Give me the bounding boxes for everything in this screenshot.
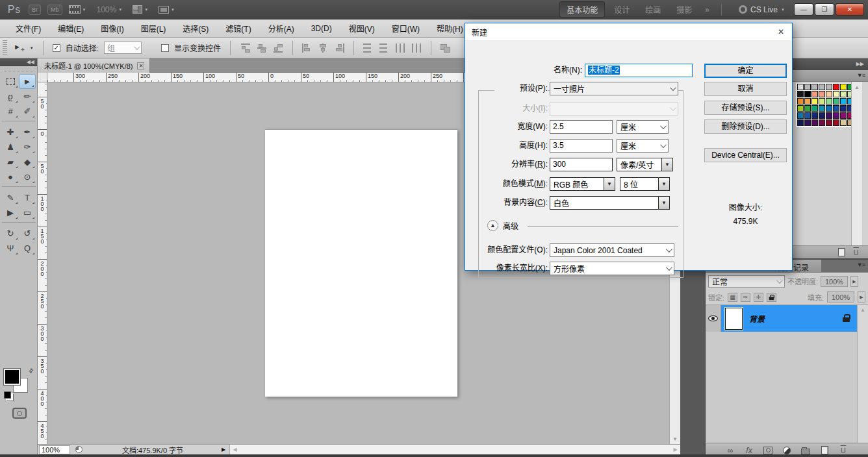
color-swatch[interactable] <box>833 119 839 126</box>
color-swatch[interactable] <box>833 98 839 105</box>
3d-rotate-tool[interactable]: ↻ <box>2 226 19 241</box>
color-swatch[interactable] <box>804 98 811 105</box>
auto-align-layers-icon[interactable] <box>439 43 452 53</box>
minimize-button[interactable]: — <box>794 3 813 16</box>
new-layer-icon[interactable] <box>819 446 830 454</box>
lock-all-icon[interactable] <box>767 293 776 302</box>
lock-transparency-icon[interactable]: ▦ <box>728 293 737 302</box>
name-input[interactable]: 未标题-2 <box>585 64 693 77</box>
lock-position-icon[interactable]: ✛ <box>754 293 763 302</box>
maximize-button[interactable]: ❐ <box>815 3 834 16</box>
show-transform-checkbox[interactable] <box>161 44 169 52</box>
workspace-overflow-button[interactable]: » <box>698 3 716 16</box>
horizontal-scrollbar[interactable]: ◀ ▶ <box>229 445 680 455</box>
color-swatch[interactable] <box>811 105 818 112</box>
color-swatch[interactable] <box>840 112 847 119</box>
brush-tool[interactable]: ✒ <box>19 125 36 140</box>
color-swatch[interactable] <box>811 98 818 105</box>
align-bottom-edges-icon[interactable] <box>272 43 285 53</box>
document-tab[interactable]: 未标题-1 @ 100%(CMYK/8) ✕ <box>38 58 150 73</box>
path-selection-tool[interactable]: ▶ <box>2 205 19 220</box>
layer-thumbnail[interactable] <box>725 308 743 330</box>
pen-tool[interactable]: ✎ <box>2 190 19 205</box>
color-swatch[interactable] <box>819 112 825 119</box>
color-profile-dropdown[interactable]: Japan Color 2001 Coated <box>550 243 674 257</box>
crop-tool[interactable]: # <box>2 104 19 119</box>
menu-3d[interactable]: 3D(D) <box>303 21 340 36</box>
color-swatch[interactable] <box>833 105 839 112</box>
workspace-essentials[interactable]: 基本功能 <box>559 1 605 18</box>
auto-select-dropdown[interactable]: 组 <box>104 42 142 54</box>
canvas[interactable] <box>265 129 457 397</box>
align-vertical-centers-icon[interactable] <box>256 43 268 53</box>
save-preset-button[interactable]: 存储预设(S)... <box>704 101 787 115</box>
clone-stamp-tool[interactable]: ♟ <box>2 140 19 154</box>
panel-menu-icon[interactable]: ▼≡ <box>857 262 865 268</box>
workspace-photography[interactable]: 摄影 <box>670 2 698 17</box>
color-swatch[interactable] <box>804 112 811 119</box>
color-swatch[interactable] <box>819 119 825 126</box>
default-colors-icon[interactable] <box>4 391 11 399</box>
new-swatch-icon[interactable] <box>838 248 845 256</box>
arrange-documents-button[interactable]: ▼ <box>133 5 148 14</box>
dialog-close-icon[interactable]: ✕ <box>770 23 792 40</box>
layer-visibility-cell[interactable] <box>706 305 721 332</box>
scroll-down-icon[interactable]: ▼ <box>670 434 680 444</box>
delete-swatch-icon[interactable]: ⊔ <box>853 248 859 256</box>
menu-layer[interactable]: 图层(L) <box>133 20 174 36</box>
menu-image[interactable]: 图像(I) <box>93 20 131 36</box>
menu-filter[interactable]: 滤镜(T) <box>218 20 259 36</box>
fill-field[interactable]: 100% <box>827 291 854 303</box>
link-layers-icon[interactable]: ∞ <box>725 446 735 455</box>
color-swatch[interactable] <box>840 84 847 90</box>
distribute-horizontal-centers-icon[interactable] <box>411 43 423 53</box>
opacity-slider-arrow-icon[interactable]: ▶ <box>850 276 858 287</box>
dialog-titlebar[interactable]: 新建 ✕ <box>465 23 792 40</box>
move-tool[interactable]: ► <box>19 74 36 89</box>
history-brush-tool[interactable]: ✑ <box>19 140 36 154</box>
color-swatch[interactable] <box>826 112 832 119</box>
color-swatch[interactable] <box>804 105 811 112</box>
device-central-button[interactable]: Device Central(E)... <box>704 148 787 162</box>
width-unit-dropdown[interactable]: 厘米 <box>617 120 669 134</box>
lock-pixels-icon[interactable]: ✑ <box>741 293 750 302</box>
view-extras-button[interactable]: ▼ <box>69 5 86 14</box>
color-swatch[interactable] <box>797 84 804 90</box>
blur-tool[interactable]: ● <box>2 169 19 184</box>
hand-tool[interactable]: Ψ <box>2 241 19 256</box>
color-swatch[interactable] <box>826 98 832 105</box>
dodge-tool[interactable]: ⊙ <box>19 169 36 184</box>
current-tool-icon[interactable]: ►✛ <box>14 43 25 53</box>
layer-mask-icon[interactable] <box>763 447 773 454</box>
delete-preset-button[interactable]: 删除预设(D)... <box>704 119 787 134</box>
menu-view[interactable]: 视图(V) <box>341 20 383 36</box>
color-swatch[interactable] <box>811 91 818 97</box>
color-swatch[interactable] <box>833 112 839 119</box>
workspace-design[interactable]: 设计 <box>607 2 636 17</box>
color-swatch[interactable] <box>840 98 847 105</box>
color-swatch[interactable] <box>819 84 825 90</box>
align-horizontal-centers-icon[interactable] <box>317 43 329 53</box>
blend-mode-dropdown[interactable]: 正常 <box>708 275 785 288</box>
swap-colors-icon[interactable]: ⇄ <box>27 367 35 375</box>
color-swatch[interactable] <box>811 119 818 126</box>
color-swatch[interactable] <box>797 98 804 105</box>
eraser-tool[interactable]: ▰ <box>2 154 19 169</box>
launch-bridge-button[interactable]: Br <box>29 5 41 15</box>
shape-tool[interactable]: ▭ <box>19 205 36 220</box>
launch-mini-bridge-button[interactable]: Mb <box>47 5 62 15</box>
type-tool[interactable]: T <box>19 190 36 205</box>
opacity-field[interactable]: 100% <box>821 276 848 287</box>
layer-style-icon[interactable]: fx <box>744 446 754 455</box>
adjustment-layer-icon[interactable] <box>782 447 792 454</box>
height-unit-dropdown[interactable]: 厘米 <box>617 139 669 153</box>
resolution-input[interactable]: 300 <box>550 158 613 171</box>
color-swatch[interactable] <box>840 119 847 126</box>
status-flyout-arrow-icon[interactable]: ▶ <box>222 447 225 452</box>
options-grip[interactable] <box>3 40 7 56</box>
collapse-panel-icon[interactable]: ◀◀ <box>0 58 37 66</box>
color-swatch[interactable] <box>826 91 832 97</box>
color-swatch[interactable] <box>826 119 832 126</box>
close-button[interactable]: ✕ <box>836 3 864 16</box>
layers-scrollbar[interactable]: ▲ <box>857 305 868 443</box>
